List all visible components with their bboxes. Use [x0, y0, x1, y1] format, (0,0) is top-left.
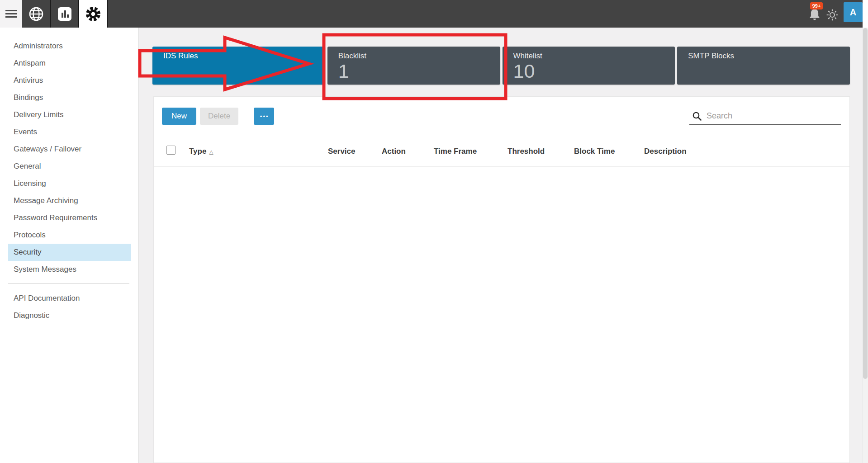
sidebar-item-delivery-limits[interactable]: Delivery Limits [0, 106, 138, 123]
sidebar-item-api-documentation[interactable]: API Documentation [0, 290, 138, 307]
card-whitelist[interactable]: Whitelist 10 [503, 47, 675, 85]
sidebar-item-system-messages[interactable]: System Messages [0, 261, 138, 278]
column-header-type-label: Type [189, 147, 206, 156]
page-scrollbar-thumb[interactable] [863, 28, 868, 379]
panel-toolbar: New Delete ••• [162, 108, 274, 125]
sidebar-item-message-archiving[interactable]: Message Archiving [0, 192, 138, 209]
sidebar-item-diagnostic[interactable]: Diagnostic [0, 307, 138, 324]
sidebar-item-protocols[interactable]: Protocols [0, 227, 138, 244]
settings-sidebar: Administrators Antispam Antivirus Bindin… [0, 28, 139, 463]
column-header-action[interactable]: Action [382, 147, 406, 156]
top-nav-tabs [22, 0, 108, 28]
column-header-block-time[interactable]: Block Time [574, 147, 615, 156]
column-header-service[interactable]: Service [328, 147, 356, 156]
search-input[interactable] [707, 111, 841, 121]
search-icon [692, 111, 702, 121]
table-header-row: Type△ Service Action Time Frame Threshol… [154, 138, 849, 167]
page-scrollbar-top [863, 0, 868, 28]
card-whitelist-label: Whitelist [513, 52, 675, 61]
card-ids-rules-label: IDS Rules [163, 52, 325, 61]
tab-settings[interactable] [79, 0, 108, 28]
theme-toggle-button[interactable] [826, 9, 838, 21]
notification-count-badge: 99+ [810, 2, 823, 9]
column-header-description[interactable]: Description [644, 147, 687, 156]
sidebar-item-events[interactable]: Events [0, 123, 138, 141]
sidebar-item-gateways-failover[interactable]: Gateways / Failover [0, 141, 138, 158]
delete-button[interactable]: Delete [200, 108, 238, 125]
card-smtp-blocks-label: SMTP Blocks [688, 52, 850, 61]
security-section-cards: IDS Rules Blacklist 1 Whitelist 10 SMTP … [152, 47, 850, 85]
column-header-type[interactable]: Type△ [189, 147, 213, 156]
sidebar-item-licensing[interactable]: Licensing [0, 175, 138, 192]
hamburger-icon [5, 10, 17, 18]
card-blacklist-count: 1 [338, 61, 500, 81]
column-header-time-frame[interactable]: Time Frame [434, 147, 477, 156]
sort-ascending-icon: △ [209, 149, 213, 155]
column-header-threshold[interactable]: Threshold [508, 147, 545, 156]
sidebar-item-general[interactable]: General [0, 158, 138, 175]
card-ids-rules[interactable]: IDS Rules [152, 47, 325, 85]
notifications-button[interactable] [808, 7, 826, 23]
sidebar-item-administrators[interactable]: Administrators [0, 38, 138, 55]
card-blacklist-label: Blacklist [338, 52, 500, 61]
card-blacklist[interactable]: Blacklist 1 [327, 47, 500, 85]
globe-icon [28, 6, 44, 22]
card-smtp-blocks[interactable]: SMTP Blocks [677, 47, 850, 85]
select-all-checkbox[interactable] [166, 146, 175, 155]
sidebar-item-security[interactable]: Security [8, 244, 131, 261]
app-root: { "topbar": { "notification_badge": "99+… [0, 0, 868, 463]
tab-domains[interactable] [22, 0, 51, 28]
card-whitelist-count: 10 [513, 61, 675, 81]
search-field [689, 108, 841, 125]
top-bar: 99+ A [0, 0, 863, 28]
menu-toggle-button[interactable] [0, 0, 22, 28]
sidebar-separator [8, 283, 129, 284]
tab-reports[interactable] [51, 0, 79, 28]
bar-chart-icon [57, 7, 72, 21]
gear-icon [84, 5, 102, 23]
sidebar-item-password-requirements[interactable]: Password Requirements [0, 209, 138, 227]
sidebar-item-antivirus[interactable]: Antivirus [0, 72, 138, 89]
ids-rules-panel: New Delete ••• Type△ Service Action Time… [153, 96, 850, 463]
sun-icon [826, 9, 838, 21]
sidebar-item-antispam[interactable]: Antispam [0, 55, 138, 72]
user-avatar[interactable]: A [844, 2, 863, 22]
new-button[interactable]: New [162, 108, 196, 125]
sidebar-item-bindings[interactable]: Bindings [0, 89, 138, 106]
more-actions-button[interactable]: ••• [254, 108, 274, 125]
